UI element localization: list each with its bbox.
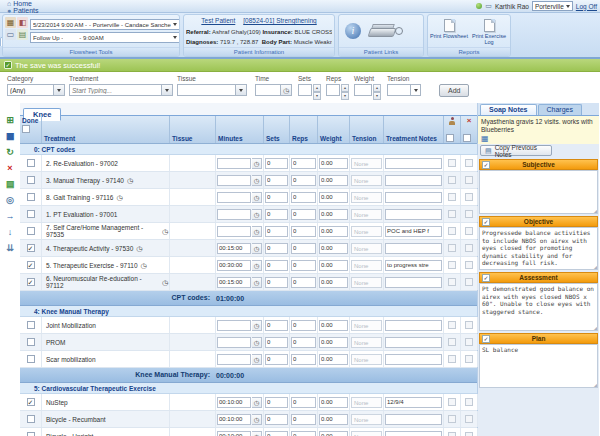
tension-select[interactable]: None	[351, 192, 382, 203]
treatment-notes-input[interactable]	[385, 397, 442, 408]
tension-select[interactable]: None	[351, 397, 382, 408]
minutes-input[interactable]	[217, 337, 251, 348]
done-checkbox[interactable]	[27, 432, 35, 436]
edit-icon[interactable]: ✓	[482, 274, 490, 282]
download-icon[interactable]: ↓	[5, 227, 16, 238]
reps-input[interactable]	[291, 337, 316, 348]
sets-input[interactable]	[265, 354, 288, 365]
soap-text-assessment[interactable]: Pt demonstrated good balance on airex wi…	[479, 283, 598, 331]
treatment-notes-input[interactable]	[385, 175, 442, 186]
treatment-notes-input[interactable]	[385, 209, 442, 220]
weight-input[interactable]	[319, 337, 348, 348]
sets-input[interactable]	[265, 337, 288, 348]
patient-name-link[interactable]: Test Patient	[201, 17, 235, 24]
reps-input[interactable]	[291, 354, 316, 365]
time-input[interactable]	[255, 84, 281, 96]
tension-select[interactable]: None	[351, 354, 382, 365]
reps-input[interactable]	[291, 397, 316, 408]
done-checkbox[interactable]	[27, 338, 35, 346]
timer-button[interactable]: ◷	[252, 337, 262, 348]
timer-button[interactable]: ◷	[252, 397, 262, 408]
stopwatch-icon[interactable]: ◷	[116, 194, 122, 201]
resize-handle[interactable]: ◢	[593, 207, 597, 215]
visit-type-select[interactable]: Follow Up - - 9:00AM	[30, 32, 180, 43]
weight-input[interactable]	[319, 354, 348, 365]
timer-button[interactable]: ◷	[252, 277, 262, 288]
soap-text-objective[interactable]: Progressede balance activities to includ…	[479, 227, 598, 270]
minutes-input[interactable]	[217, 397, 251, 408]
weight-input[interactable]	[319, 192, 348, 203]
minutes-input[interactable]	[217, 277, 251, 288]
reps-input[interactable]	[291, 260, 316, 271]
minutes-input[interactable]	[217, 260, 251, 271]
chevron-down-icon[interactable]	[162, 84, 173, 96]
supervise-checkbox[interactable]	[448, 210, 456, 218]
timer-button[interactable]: ◷	[252, 414, 262, 425]
done-checkbox[interactable]	[27, 176, 35, 184]
sets-stepper[interactable]: ▴▾	[313, 84, 321, 96]
weight-input[interactable]	[319, 397, 348, 408]
category-select[interactable]	[7, 84, 54, 96]
stopwatch-icon[interactable]: ◷	[162, 279, 168, 286]
soap-text-plan[interactable]: SL balance◢	[479, 344, 598, 388]
treatment-input[interactable]	[69, 84, 162, 96]
stopwatch-icon[interactable]: ◷	[127, 177, 133, 184]
tension-select[interactable]: None	[351, 209, 382, 220]
printer-icon[interactable]: ▭	[5, 29, 16, 40]
sets-input[interactable]	[265, 431, 288, 436]
treatment-notes-input[interactable]	[385, 158, 442, 169]
reps-input[interactable]	[291, 192, 316, 203]
tension-select[interactable]: None	[351, 175, 382, 186]
log-off-link[interactable]: Log Off	[576, 3, 597, 10]
tension-select[interactable]: None	[351, 260, 382, 271]
treatment-notes-input[interactable]	[385, 320, 442, 331]
edit-icon[interactable]: ✓	[482, 218, 490, 226]
timer-button[interactable]: ◷	[252, 243, 262, 254]
weight-input[interactable]	[319, 260, 348, 271]
weight-input[interactable]	[319, 277, 348, 288]
done-checkbox[interactable]	[27, 355, 35, 363]
reps-input[interactable]	[326, 84, 340, 96]
remove-checkbox[interactable]	[465, 432, 473, 436]
save-icon[interactable]: ▦	[5, 131, 16, 142]
tissue-select[interactable]	[177, 84, 236, 96]
remove-checkbox[interactable]	[465, 159, 473, 167]
supervise-checkbox[interactable]	[448, 398, 456, 406]
refresh-icon[interactable]: ↻	[5, 147, 16, 158]
stopwatch-icon[interactable]: ◷	[136, 245, 142, 252]
edit-icon[interactable]: ✓	[482, 335, 490, 343]
timer-button[interactable]: ◷	[252, 175, 262, 186]
appointment-select[interactable]: 5/23/2014 9:00 AM - - Porterville - Cand…	[30, 19, 180, 30]
supervise-checkbox[interactable]	[448, 338, 456, 346]
reps-input[interactable]	[291, 226, 316, 237]
tension-select[interactable]: None	[351, 158, 382, 169]
copy-icon[interactable]: ⇊	[5, 243, 16, 254]
calendar-icon[interactable]: ▦	[5, 17, 16, 28]
supervise-checkbox[interactable]	[448, 278, 456, 286]
clinic-select[interactable]: Porterville	[532, 1, 573, 11]
done-checkbox[interactable]	[27, 193, 35, 201]
remove-checkbox[interactable]	[465, 338, 473, 346]
tension-select[interactable]: None	[351, 320, 382, 331]
supervise-checkbox[interactable]	[448, 244, 456, 252]
chevron-down-icon[interactable]	[54, 84, 65, 96]
done-checkbox[interactable]	[27, 159, 35, 167]
resize-handle[interactable]: ◢	[593, 381, 597, 389]
chevron-down-icon[interactable]	[236, 84, 247, 96]
remove-checkbox[interactable]	[465, 227, 473, 235]
sets-input[interactable]	[265, 158, 288, 169]
section-header[interactable]: 0: CPT codes	[20, 144, 477, 155]
scanner-icon[interactable]	[369, 24, 403, 38]
save-note-icon[interactable]: ▦	[481, 134, 489, 143]
sidebar-tab-soap-notes[interactable]: Soap Notes	[480, 104, 537, 115]
remove-checkbox[interactable]	[465, 321, 473, 329]
patient-card-icon[interactable]: ◧	[17, 17, 28, 28]
remove-checkbox[interactable]	[465, 355, 473, 363]
timer-button[interactable]: ◷	[252, 209, 262, 220]
supervise-checkbox[interactable]	[448, 355, 456, 363]
minutes-input[interactable]	[217, 209, 251, 220]
minutes-input[interactable]	[217, 226, 251, 237]
timer-button[interactable]: ◷	[252, 320, 262, 331]
weight-input[interactable]	[319, 431, 348, 436]
supervise-checkbox[interactable]	[448, 159, 456, 167]
